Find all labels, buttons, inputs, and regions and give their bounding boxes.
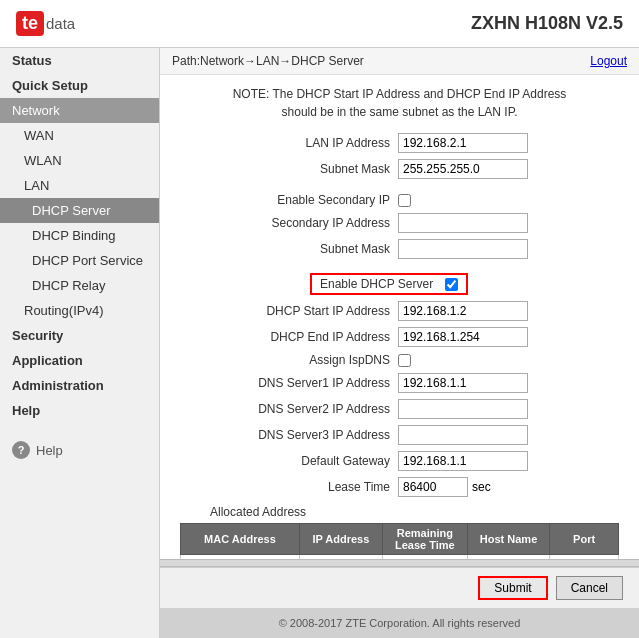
submit-button[interactable]: Submit (478, 576, 547, 600)
dhcp-start-label: DHCP Start IP Address (180, 304, 390, 318)
help-circle-icon: ? (12, 441, 30, 459)
sidebar-item-routing[interactable]: Routing(IPv4) (0, 298, 159, 323)
dhcp-end-label: DHCP End IP Address (180, 330, 390, 344)
lan-ip-row: LAN IP Address (180, 133, 619, 153)
note-line1: NOTE: The DHCP Start IP Address and DHCP… (180, 85, 619, 103)
path-text: Path:Network→LAN→DHCP Server (172, 54, 364, 68)
secondary-subnet-input[interactable] (398, 239, 528, 259)
col-port: Port (550, 524, 619, 555)
lan-ip-input[interactable] (398, 133, 528, 153)
subnet-mask-input[interactable] (398, 159, 528, 179)
lease-label: Lease Time (180, 480, 390, 494)
allocated-title: Allocated Address (180, 505, 619, 519)
dhcp-start-input[interactable] (398, 301, 528, 321)
sidebar-item-dhcp-server[interactable]: DHCP Server (0, 198, 159, 223)
sidebar-item-dhcp-port[interactable]: DHCP Port Service (0, 248, 159, 273)
col-host: Host Name (467, 524, 549, 555)
assign-isp-row: Assign IspDNS (180, 353, 619, 367)
sidebar: Status Quick Setup Network WAN WLAN LAN … (0, 48, 160, 638)
bottom-bar: © 2008-2017 ZTE Corporation. All rights … (160, 608, 639, 638)
form-area: NOTE: The DHCP Start IP Address and DHCP… (160, 75, 639, 559)
lease-row: Lease Time sec (180, 477, 619, 497)
separator (160, 559, 639, 567)
col-remaining: RemainingLease Time (382, 524, 467, 555)
footer-buttons: Submit Cancel (160, 567, 639, 608)
lease-input[interactable] (398, 477, 468, 497)
note-line2: should be in the same subnet as the LAN … (180, 103, 619, 121)
allocated-table: MAC Address IP Address RemainingLease Ti… (180, 523, 619, 559)
logo-text: data (46, 15, 75, 32)
enable-secondary-ip-checkbox[interactable] (398, 194, 411, 207)
copyright: © 2008-2017 ZTE Corporation. All rights … (279, 617, 521, 629)
logout-link[interactable]: Logout (590, 54, 627, 68)
dhcp-end-input[interactable] (398, 327, 528, 347)
allocated-section: Allocated Address MAC Address IP Address… (180, 505, 619, 559)
dns1-label: DNS Server1 IP Address (180, 376, 390, 390)
subnet-mask-row: Subnet Mask (180, 159, 619, 179)
enable-secondary-ip-row: Enable Secondary IP (180, 193, 619, 207)
col-ip: IP Address (299, 524, 382, 555)
lease-unit: sec (472, 480, 491, 494)
sidebar-item-wan[interactable]: WAN (0, 123, 159, 148)
sidebar-item-help[interactable]: Help (0, 398, 159, 423)
sidebar-item-dhcp-relay[interactable]: DHCP Relay (0, 273, 159, 298)
enable-dhcp-box: Enable DHCP Server (310, 273, 468, 295)
sidebar-item-network[interactable]: Network (0, 98, 159, 123)
dns3-input[interactable] (398, 425, 528, 445)
dns2-row: DNS Server2 IP Address (180, 399, 619, 419)
secondary-subnet-row: Subnet Mask (180, 239, 619, 259)
gateway-input[interactable] (398, 451, 528, 471)
sidebar-item-lan[interactable]: LAN (0, 173, 159, 198)
sidebar-item-application[interactable]: Application (0, 348, 159, 373)
gateway-row: Default Gateway (180, 451, 619, 471)
assign-isp-label: Assign IspDNS (180, 353, 390, 367)
help-area: ? Help (0, 433, 159, 467)
dns2-label: DNS Server2 IP Address (180, 402, 390, 416)
help-label[interactable]: Help (36, 443, 63, 458)
sidebar-item-administration[interactable]: Administration (0, 373, 159, 398)
assign-isp-checkbox[interactable] (398, 354, 411, 367)
subnet-mask-label: Subnet Mask (180, 162, 390, 176)
path-bar: Path:Network→LAN→DHCP Server Logout (160, 48, 639, 75)
enable-dhcp-checkbox[interactable] (445, 278, 458, 291)
logo-icon: te (16, 11, 44, 36)
dns1-input[interactable] (398, 373, 528, 393)
lan-ip-label: LAN IP Address (180, 136, 390, 150)
secondary-subnet-label: Subnet Mask (180, 242, 390, 256)
secondary-ip-row: Secondary IP Address (180, 213, 619, 233)
device-name: ZXHN H108N V2.5 (471, 13, 623, 34)
enable-dhcp-container: Enable DHCP Server (310, 273, 619, 295)
dns2-input[interactable] (398, 399, 528, 419)
enable-secondary-ip-label: Enable Secondary IP (180, 193, 390, 207)
enable-dhcp-label: Enable DHCP Server (320, 277, 433, 291)
dhcp-end-row: DHCP End IP Address (180, 327, 619, 347)
dns3-row: DNS Server3 IP Address (180, 425, 619, 445)
gateway-label: Default Gateway (180, 454, 390, 468)
secondary-ip-input[interactable] (398, 213, 528, 233)
col-mac: MAC Address (181, 524, 300, 555)
cancel-button[interactable]: Cancel (556, 576, 623, 600)
sidebar-item-dhcp-binding[interactable]: DHCP Binding (0, 223, 159, 248)
dns3-label: DNS Server3 IP Address (180, 428, 390, 442)
sidebar-item-quicksetup[interactable]: Quick Setup (0, 73, 159, 98)
logo: te data (16, 11, 75, 36)
sidebar-item-status[interactable]: Status (0, 48, 159, 73)
sidebar-item-wlan[interactable]: WLAN (0, 148, 159, 173)
dns1-row: DNS Server1 IP Address (180, 373, 619, 393)
header: te data ZXHN H108N V2.5 (0, 0, 639, 48)
dhcp-start-row: DHCP Start IP Address (180, 301, 619, 321)
note: NOTE: The DHCP Start IP Address and DHCP… (180, 85, 619, 121)
secondary-ip-label: Secondary IP Address (180, 216, 390, 230)
sidebar-item-security[interactable]: Security (0, 323, 159, 348)
